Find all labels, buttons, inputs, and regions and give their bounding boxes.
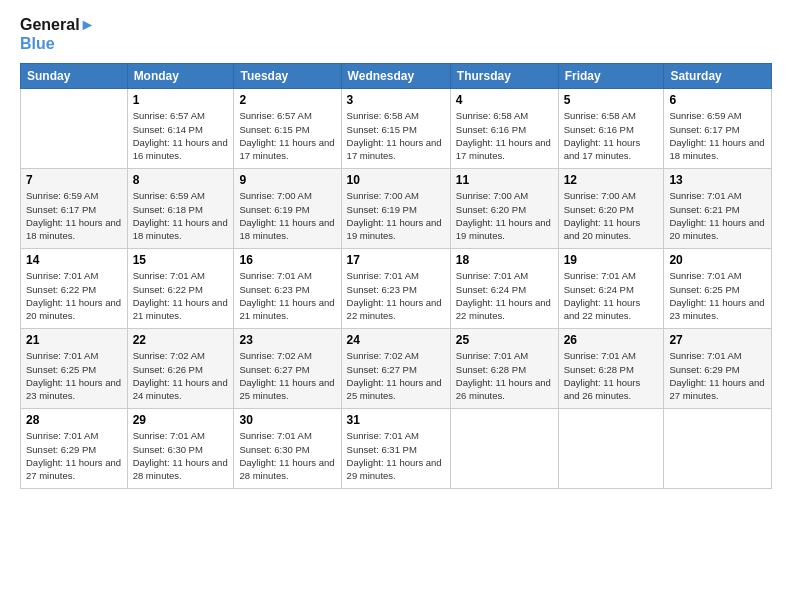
day-number: 11 bbox=[456, 173, 553, 187]
sunrise: Sunrise: 7:01 AM bbox=[564, 269, 659, 282]
day-info: Sunrise: 7:01 AM Sunset: 6:25 PM Dayligh… bbox=[26, 349, 122, 402]
day-info: Sunrise: 6:58 AM Sunset: 6:16 PM Dayligh… bbox=[456, 109, 553, 162]
calendar-cell: 10 Sunrise: 7:00 AM Sunset: 6:19 PM Dayl… bbox=[341, 169, 450, 249]
daylight: Daylight: 11 hours and 23 minutes. bbox=[26, 376, 122, 403]
sunrise: Sunrise: 6:57 AM bbox=[133, 109, 229, 122]
day-info: Sunrise: 6:59 AM Sunset: 6:17 PM Dayligh… bbox=[669, 109, 766, 162]
daylight: Daylight: 11 hours and 25 minutes. bbox=[239, 376, 335, 403]
day-info: Sunrise: 7:02 AM Sunset: 6:26 PM Dayligh… bbox=[133, 349, 229, 402]
daylight: Daylight: 11 hours and 22 minutes. bbox=[347, 296, 445, 323]
calendar-cell bbox=[450, 409, 558, 489]
sunset: Sunset: 6:29 PM bbox=[26, 443, 122, 456]
calendar-cell: 9 Sunrise: 7:00 AM Sunset: 6:19 PM Dayli… bbox=[234, 169, 341, 249]
day-number: 28 bbox=[26, 413, 122, 427]
calendar-cell: 3 Sunrise: 6:58 AM Sunset: 6:15 PM Dayli… bbox=[341, 89, 450, 169]
sunset: Sunset: 6:31 PM bbox=[347, 443, 445, 456]
calendar-cell: 20 Sunrise: 7:01 AM Sunset: 6:25 PM Dayl… bbox=[664, 249, 772, 329]
calendar-cell: 4 Sunrise: 6:58 AM Sunset: 6:16 PM Dayli… bbox=[450, 89, 558, 169]
sunrise: Sunrise: 7:01 AM bbox=[347, 269, 445, 282]
day-number: 23 bbox=[239, 333, 335, 347]
day-info: Sunrise: 7:01 AM Sunset: 6:30 PM Dayligh… bbox=[239, 429, 335, 482]
daylight: Daylight: 11 hours and 27 minutes. bbox=[26, 456, 122, 483]
daylight: Daylight: 11 hours and 18 minutes. bbox=[133, 216, 229, 243]
day-info: Sunrise: 7:02 AM Sunset: 6:27 PM Dayligh… bbox=[347, 349, 445, 402]
day-info: Sunrise: 7:01 AM Sunset: 6:25 PM Dayligh… bbox=[669, 269, 766, 322]
calendar-cell: 27 Sunrise: 7:01 AM Sunset: 6:29 PM Dayl… bbox=[664, 329, 772, 409]
day-info: Sunrise: 7:01 AM Sunset: 6:22 PM Dayligh… bbox=[26, 269, 122, 322]
calendar-table: SundayMondayTuesdayWednesdayThursdayFrid… bbox=[20, 63, 772, 489]
sunrise: Sunrise: 7:00 AM bbox=[347, 189, 445, 202]
day-info: Sunrise: 6:58 AM Sunset: 6:16 PM Dayligh… bbox=[564, 109, 659, 162]
daylight: Daylight: 11 hours and 27 minutes. bbox=[669, 376, 766, 403]
day-number: 21 bbox=[26, 333, 122, 347]
day-number: 31 bbox=[347, 413, 445, 427]
sunset: Sunset: 6:14 PM bbox=[133, 123, 229, 136]
day-info: Sunrise: 7:01 AM Sunset: 6:24 PM Dayligh… bbox=[564, 269, 659, 322]
calendar-cell: 22 Sunrise: 7:02 AM Sunset: 6:26 PM Dayl… bbox=[127, 329, 234, 409]
sunset: Sunset: 6:18 PM bbox=[133, 203, 229, 216]
day-number: 1 bbox=[133, 93, 229, 107]
day-number: 26 bbox=[564, 333, 659, 347]
day-number: 8 bbox=[133, 173, 229, 187]
day-number: 20 bbox=[669, 253, 766, 267]
day-number: 3 bbox=[347, 93, 445, 107]
header-tuesday: Tuesday bbox=[234, 64, 341, 89]
day-number: 4 bbox=[456, 93, 553, 107]
calendar-cell bbox=[21, 89, 128, 169]
day-info: Sunrise: 7:01 AM Sunset: 6:22 PM Dayligh… bbox=[133, 269, 229, 322]
day-number: 17 bbox=[347, 253, 445, 267]
daylight: Daylight: 11 hours and 16 minutes. bbox=[133, 136, 229, 163]
calendar-cell: 11 Sunrise: 7:00 AM Sunset: 6:20 PM Dayl… bbox=[450, 169, 558, 249]
sunrise: Sunrise: 7:00 AM bbox=[456, 189, 553, 202]
day-number: 22 bbox=[133, 333, 229, 347]
day-info: Sunrise: 7:01 AM Sunset: 6:29 PM Dayligh… bbox=[26, 429, 122, 482]
sunset: Sunset: 6:21 PM bbox=[669, 203, 766, 216]
sunrise: Sunrise: 6:59 AM bbox=[26, 189, 122, 202]
daylight: Daylight: 11 hours and 17 minutes. bbox=[239, 136, 335, 163]
daylight: Daylight: 11 hours and 22 minutes. bbox=[456, 296, 553, 323]
day-number: 30 bbox=[239, 413, 335, 427]
sunrise: Sunrise: 6:58 AM bbox=[564, 109, 659, 122]
sunrise: Sunrise: 7:01 AM bbox=[26, 429, 122, 442]
week-row-4: 21 Sunrise: 7:01 AM Sunset: 6:25 PM Dayl… bbox=[21, 329, 772, 409]
daylight: Daylight: 11 hours and 29 minutes. bbox=[347, 456, 445, 483]
calendar-cell: 17 Sunrise: 7:01 AM Sunset: 6:23 PM Dayl… bbox=[341, 249, 450, 329]
day-info: Sunrise: 7:00 AM Sunset: 6:20 PM Dayligh… bbox=[564, 189, 659, 242]
sunset: Sunset: 6:20 PM bbox=[564, 203, 659, 216]
day-info: Sunrise: 7:00 AM Sunset: 6:19 PM Dayligh… bbox=[239, 189, 335, 242]
calendar-cell: 6 Sunrise: 6:59 AM Sunset: 6:17 PM Dayli… bbox=[664, 89, 772, 169]
calendar-cell: 26 Sunrise: 7:01 AM Sunset: 6:28 PM Dayl… bbox=[558, 329, 664, 409]
daylight: Daylight: 11 hours and 17 minutes. bbox=[564, 136, 659, 163]
calendar-cell: 16 Sunrise: 7:01 AM Sunset: 6:23 PM Dayl… bbox=[234, 249, 341, 329]
sunset: Sunset: 6:16 PM bbox=[456, 123, 553, 136]
day-info: Sunrise: 7:01 AM Sunset: 6:21 PM Dayligh… bbox=[669, 189, 766, 242]
day-info: Sunrise: 7:01 AM Sunset: 6:28 PM Dayligh… bbox=[564, 349, 659, 402]
day-number: 19 bbox=[564, 253, 659, 267]
day-info: Sunrise: 7:01 AM Sunset: 6:24 PM Dayligh… bbox=[456, 269, 553, 322]
calendar-cell: 24 Sunrise: 7:02 AM Sunset: 6:27 PM Dayl… bbox=[341, 329, 450, 409]
sunrise: Sunrise: 7:01 AM bbox=[347, 429, 445, 442]
calendar-cell: 12 Sunrise: 7:00 AM Sunset: 6:20 PM Dayl… bbox=[558, 169, 664, 249]
daylight: Daylight: 11 hours and 19 minutes. bbox=[456, 216, 553, 243]
day-number: 13 bbox=[669, 173, 766, 187]
sunrise: Sunrise: 7:00 AM bbox=[239, 189, 335, 202]
sunrise: Sunrise: 7:00 AM bbox=[564, 189, 659, 202]
sunrise: Sunrise: 6:57 AM bbox=[239, 109, 335, 122]
day-number: 6 bbox=[669, 93, 766, 107]
day-info: Sunrise: 6:57 AM Sunset: 6:15 PM Dayligh… bbox=[239, 109, 335, 162]
daylight: Daylight: 11 hours and 20 minutes. bbox=[26, 296, 122, 323]
sunset: Sunset: 6:29 PM bbox=[669, 363, 766, 376]
day-info: Sunrise: 7:01 AM Sunset: 6:31 PM Dayligh… bbox=[347, 429, 445, 482]
sunrise: Sunrise: 7:01 AM bbox=[133, 269, 229, 282]
daylight: Daylight: 11 hours and 20 minutes. bbox=[669, 216, 766, 243]
daylight: Daylight: 11 hours and 23 minutes. bbox=[669, 296, 766, 323]
sunset: Sunset: 6:23 PM bbox=[347, 283, 445, 296]
day-number: 15 bbox=[133, 253, 229, 267]
day-info: Sunrise: 7:00 AM Sunset: 6:19 PM Dayligh… bbox=[347, 189, 445, 242]
header-saturday: Saturday bbox=[664, 64, 772, 89]
calendar-cell: 28 Sunrise: 7:01 AM Sunset: 6:29 PM Dayl… bbox=[21, 409, 128, 489]
calendar-cell: 8 Sunrise: 6:59 AM Sunset: 6:18 PM Dayli… bbox=[127, 169, 234, 249]
sunrise: Sunrise: 7:02 AM bbox=[239, 349, 335, 362]
sunset: Sunset: 6:28 PM bbox=[456, 363, 553, 376]
calendar-cell: 23 Sunrise: 7:02 AM Sunset: 6:27 PM Dayl… bbox=[234, 329, 341, 409]
